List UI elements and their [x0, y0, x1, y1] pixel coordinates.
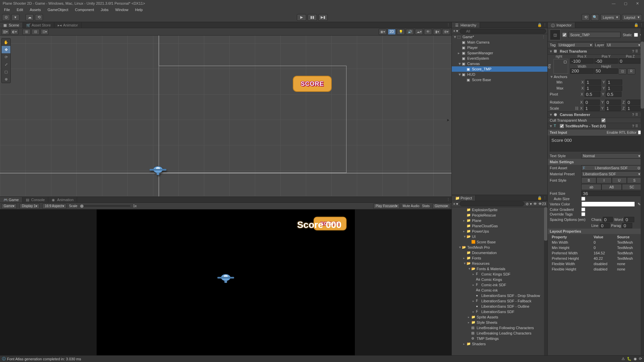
grid-snap-button-3[interactable]: ⊡▾ — [41, 29, 49, 35]
override-checkbox[interactable] — [581, 212, 585, 216]
project-item[interactable]: 📁ExplosionSprite — [452, 207, 547, 213]
hierarchy-item[interactable]: ▣Main Camera — [452, 40, 547, 45]
hierarchy-search[interactable] — [460, 29, 546, 34]
project-item[interactable]: 🟧Score Base — [452, 239, 547, 245]
bold-button[interactable]: B — [581, 177, 596, 183]
width-field[interactable] — [570, 68, 594, 74]
menu-assets[interactable]: Assets — [27, 7, 44, 12]
lowercase-button[interactable]: ab — [581, 184, 601, 190]
preset-icon[interactable]: ⠿ — [635, 113, 638, 117]
scale-z[interactable] — [626, 106, 642, 111]
panel-lock-icon[interactable]: 🔒 — [537, 196, 542, 200]
project-item[interactable]: ▸FComic Kings SDF — [452, 272, 547, 277]
panel-options-icon[interactable]: ⋮ — [640, 23, 643, 27]
activity-icon[interactable]: ◉ — [634, 357, 637, 361]
project-item[interactable]: AaComic Kings — [452, 277, 547, 282]
uppercase-button[interactable]: AB — [601, 184, 622, 190]
hierarchy-tree[interactable]: ▼⬚Game*⋮▣Main Camera▣Player▸▣SpawnManage… — [452, 34, 547, 195]
2d-toggle[interactable]: 2D — [388, 29, 396, 35]
stats-toggle[interactable]: Stats — [422, 204, 430, 208]
project-item[interactable]: ▸📁Style Sheets — [452, 320, 547, 325]
progress-icon[interactable]: ⟳ — [639, 357, 642, 361]
text-input-field[interactable]: Score 000 — [550, 136, 642, 152]
canvas-renderer-header[interactable]: ▼◉ Canvas Renderer ?⠿⋮ — [548, 111, 644, 118]
raw-button[interactable]: R — [627, 68, 635, 74]
anchor-min-y[interactable] — [606, 79, 622, 85]
pivot-y[interactable] — [606, 92, 622, 97]
font-size-field[interactable] — [581, 191, 642, 196]
project-item[interactable]: ▸FLiberationSans SDF - Fallback — [452, 298, 547, 304]
tab-game[interactable]: 🎮Game — [0, 197, 22, 202]
text-style-dropdown[interactable]: Normal▾ — [581, 153, 642, 159]
panel-options-icon[interactable]: ⋮ — [446, 23, 450, 27]
menu-window[interactable]: Window — [113, 7, 131, 12]
anchor-max-x[interactable] — [585, 85, 601, 91]
vertex-color-swatch[interactable] — [581, 201, 635, 207]
hierarchy-item[interactable]: ▼▣Canvas — [452, 61, 547, 66]
project-item[interactable]: ▸📁Sprite Assets — [452, 314, 547, 320]
posz-field[interactable] — [619, 58, 642, 64]
project-item[interactable]: 📁Documentation — [452, 250, 547, 255]
layout-dropdown[interactable]: Layout▾ — [622, 14, 642, 21]
project-item[interactable]: ▸📁PowerUps — [452, 229, 547, 234]
project-item[interactable]: 📁PeopleRescue — [452, 213, 547, 218]
rot-z[interactable] — [626, 100, 642, 105]
hand-tool[interactable]: ✋ — [2, 39, 10, 46]
line-field[interactable] — [600, 223, 610, 228]
menu-edit[interactable]: Edit — [14, 7, 26, 12]
undo-history-button[interactable]: ⟲ — [582, 14, 590, 21]
project-search[interactable] — [460, 201, 524, 206]
project-tree[interactable]: 📁ExplosionSprite📁PeopleRescue▸📁Plane📁Pla… — [452, 207, 547, 356]
static-checkbox[interactable] — [634, 33, 638, 37]
strike-button[interactable]: S — [627, 177, 642, 183]
foldout-icon[interactable]: ▼ — [549, 49, 552, 53]
menu-help[interactable]: Help — [132, 7, 146, 12]
posx-field[interactable] — [570, 58, 594, 64]
services-button[interactable]: ▾ — [11, 14, 19, 21]
project-scrollbar[interactable] — [544, 207, 547, 356]
cloud-button[interactable]: ☁ — [25, 14, 34, 21]
hierarchy-item[interactable]: ▣Score_TMP — [452, 66, 547, 72]
transform-tool[interactable]: ⊕ — [2, 75, 10, 83]
font-asset-field[interactable]: F LiberationSans SDF⊙ — [581, 165, 642, 171]
blueprint-button[interactable]: ⊡ — [619, 68, 627, 74]
tab-console[interactable]: ▤Console — [22, 197, 48, 202]
menu-gameobject[interactable]: GameObject — [45, 7, 71, 12]
bug-icon[interactable]: 🐛 — [627, 357, 632, 361]
step-button[interactable]: ▶▮ — [318, 14, 328, 21]
project-item[interactable]: ▤LineBreaking Following Characters — [452, 325, 547, 330]
help-icon[interactable]: ? — [632, 49, 634, 54]
pause-button[interactable]: ▮▮ — [308, 14, 317, 21]
project-item[interactable]: ▼📂Fonts & Materials — [452, 266, 547, 272]
project-item[interactable]: ▸FComic-ink SDF — [452, 282, 547, 288]
scene-view[interactable]: ▥▾ ◐▾ ⊞ ⊟ ⊡▾ ◉▾ 2D 💡 🔊 ☁▾ 👁 ▮▾ ⊕▾ — [0, 28, 451, 196]
project-item[interactable]: AaComic-ink — [452, 288, 547, 293]
tab-asset-store[interactable]: 🛒Asset Store — [23, 22, 54, 28]
help-icon[interactable]: ? — [632, 124, 634, 128]
underline-button[interactable]: U — [612, 177, 627, 183]
fav-icon[interactable]: ⊘ — [526, 202, 529, 206]
minimize-icon[interactable]: — — [612, 1, 616, 5]
project-item[interactable]: ●LiberationSans SDF - Drop Shadow — [452, 293, 547, 298]
project-item[interactable]: ▼📂TextMesh Pro — [452, 245, 547, 250]
tab-hierarchy[interactable]: ☰Hierarchy — [452, 22, 480, 28]
layers-dropdown[interactable]: Layers▾ — [600, 14, 621, 21]
account-button[interactable]: ⊙ — [2, 14, 10, 21]
panel-options-icon[interactable]: ⋮ — [446, 197, 450, 202]
grid-snap-button[interactable]: ⊞ — [22, 29, 31, 35]
auto-build-icon[interactable]: ⚠ — [622, 357, 625, 361]
gameobject-name-field[interactable] — [569, 32, 621, 38]
filter-icon[interactable]: ▾ — [530, 202, 532, 206]
panel-lock-icon[interactable]: 🔒 — [537, 23, 542, 27]
tab-animator[interactable]: ▸◂Animator — [54, 22, 82, 28]
rot-x[interactable] — [584, 100, 600, 105]
tab-inspector[interactable]: ⓘInspector — [548, 22, 575, 28]
layer-dropdown[interactable]: UI▾ — [605, 42, 642, 48]
cull-checkbox[interactable] — [601, 118, 605, 122]
project-item[interactable]: ▸📁Shaders — [452, 341, 547, 347]
preset-icon[interactable]: ⠿ — [635, 124, 638, 128]
scale-slider[interactable] — [80, 205, 130, 206]
project-item[interactable]: ▸FLiberationSans SDF — [452, 309, 547, 314]
panel-options-icon[interactable]: ⋮ — [543, 23, 547, 27]
scene-canvas[interactable]: SCORE — [0, 36, 451, 196]
